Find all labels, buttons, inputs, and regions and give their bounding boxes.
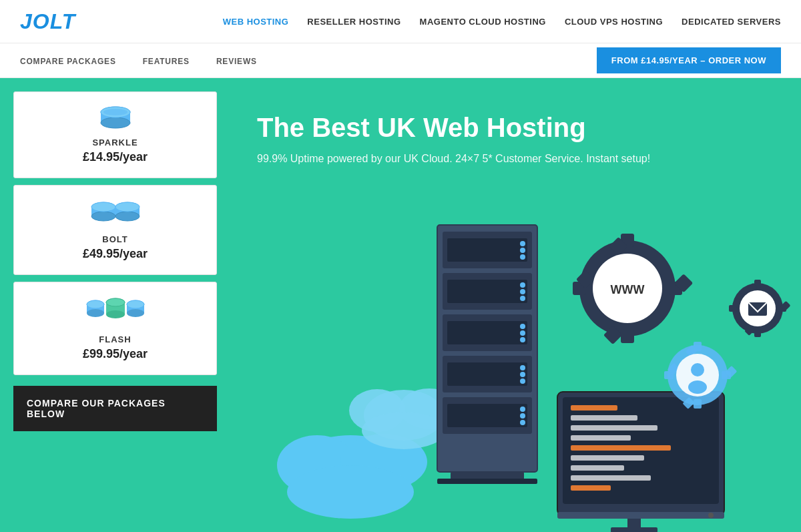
- svg-rect-81: [674, 274, 693, 292]
- sparkle-name: SPARKLE: [92, 138, 138, 148]
- sub-navigation: COMPARE PACKAGES FEATURES REVIEWS FROM £…: [0, 43, 801, 78]
- svg-rect-103: [729, 305, 737, 312]
- nav-item-magento[interactable]: MAGENTO CLOUD HOSTING: [420, 15, 546, 27]
- logo[interactable]: JOLT: [20, 9, 75, 34]
- svg-point-75: [708, 513, 714, 518]
- svg-rect-71: [571, 485, 611, 491]
- svg-rect-34: [443, 232, 532, 268]
- svg-point-19: [106, 310, 125, 318]
- svg-rect-62: [563, 397, 719, 504]
- order-now-button[interactable]: FROM £14.95/YEAR – ORDER NOW: [597, 47, 781, 73]
- svg-point-56: [520, 407, 525, 412]
- nav-link-cloud-vps[interactable]: CLOUD VPS HOSTING: [565, 17, 663, 27]
- svg-point-53: [520, 378, 525, 384]
- svg-rect-60: [437, 479, 537, 484]
- svg-point-108: [740, 290, 776, 326]
- svg-rect-66: [571, 435, 631, 441]
- nav-item-dedicated[interactable]: DEDICATED SERVERS: [682, 15, 781, 27]
- svg-rect-39: [443, 273, 532, 310]
- nav-link-web-hosting[interactable]: WEB HOSTING: [223, 17, 289, 27]
- svg-rect-69: [571, 465, 624, 471]
- svg-point-52: [520, 372, 525, 377]
- hero-content: The Best UK Web Hosting 99.9% Uptime pow…: [230, 78, 801, 532]
- svg-rect-109: [748, 302, 767, 316]
- svg-point-28: [287, 465, 414, 519]
- flash-price: £99.95/year: [83, 347, 148, 361]
- sub-nav-features[interactable]: FEATURES: [143, 55, 190, 67]
- svg-rect-73: [611, 527, 657, 532]
- svg-rect-83: [603, 326, 622, 344]
- top-navigation: JOLT WEB HOSTING RESELLER HOSTING MAGENT…: [0, 0, 801, 43]
- svg-rect-94: [682, 397, 694, 409]
- svg-point-36: [520, 241, 525, 246]
- svg-rect-115: [790, 340, 793, 350]
- svg-rect-77: [621, 234, 634, 247]
- svg-rect-70: [571, 475, 651, 481]
- hero-subtitle: 99.9% Uptime powered by our UK Cloud. 24…: [257, 153, 774, 165]
- svg-point-47: [520, 330, 525, 336]
- svg-point-12: [115, 202, 140, 212]
- svg-rect-100: [754, 280, 761, 288]
- svg-point-96: [676, 354, 719, 396]
- svg-rect-112: [698, 283, 711, 287]
- package-card-flash[interactable]: FLASH £99.95/year: [13, 282, 217, 375]
- nav-item-reseller[interactable]: RESELLER HOSTING: [307, 15, 400, 27]
- svg-rect-91: [664, 371, 674, 379]
- svg-rect-90: [722, 371, 731, 379]
- svg-rect-114: [786, 344, 796, 347]
- hero-section: SPARKLE £14.95/year: [0, 78, 801, 532]
- compare-packages-button[interactable]: COMPARE OUR PACKAGES BELOW: [13, 386, 217, 431]
- svg-point-32: [362, 412, 446, 449]
- package-card-sparkle[interactable]: SPARKLE £14.95/year: [13, 91, 217, 178]
- nav-item-cloud-vps[interactable]: CLOUD VPS HOSTING: [565, 15, 663, 27]
- svg-point-7: [91, 212, 115, 221]
- svg-point-2: [101, 117, 130, 128]
- svg-rect-67: [571, 445, 671, 451]
- svg-point-98: [688, 380, 707, 394]
- svg-point-97: [691, 363, 704, 376]
- svg-point-99: [732, 283, 783, 334]
- svg-rect-95: [668, 363, 680, 375]
- svg-rect-92: [725, 366, 737, 378]
- nav-link-magento[interactable]: MAGENTO CLOUD HOSTING: [420, 17, 546, 27]
- svg-rect-80: [573, 282, 586, 295]
- svg-rect-35: [447, 238, 527, 262]
- sub-nav-reviews[interactable]: REVIEWS: [216, 55, 257, 67]
- svg-point-20: [106, 298, 125, 306]
- bolt-name: BOLT: [102, 234, 127, 244]
- svg-point-41: [520, 282, 525, 288]
- hero-title: The Best UK Web Hosting: [257, 111, 774, 144]
- svg-point-24: [127, 300, 144, 308]
- flash-db-icon: [85, 296, 146, 329]
- svg-point-51: [520, 365, 525, 370]
- sparkle-db-icon: [95, 105, 136, 132]
- svg-point-85: [593, 254, 662, 323]
- svg-rect-61: [557, 392, 724, 515]
- svg-point-23: [127, 309, 144, 317]
- svg-point-48: [520, 337, 525, 342]
- svg-rect-54: [443, 397, 532, 434]
- svg-point-76: [579, 240, 676, 336]
- svg-rect-50: [447, 362, 527, 386]
- svg-point-37: [520, 248, 525, 253]
- package-card-bolt[interactable]: BOLT £49.95/year: [13, 185, 217, 275]
- nav-link-reseller[interactable]: RESELLER HOSTING: [307, 17, 400, 27]
- svg-rect-72: [627, 515, 641, 529]
- svg-rect-102: [778, 305, 786, 312]
- nav-link-dedicated[interactable]: DEDICATED SERVERS: [682, 17, 781, 27]
- sub-nav-compare[interactable]: COMPARE PACKAGES: [20, 55, 116, 67]
- svg-rect-45: [447, 321, 527, 344]
- svg-point-8: [91, 202, 115, 212]
- svg-point-58: [520, 420, 525, 425]
- svg-rect-101: [754, 329, 761, 337]
- svg-rect-68: [571, 455, 644, 461]
- svg-point-16: [87, 300, 104, 308]
- bolt-db-icon: [89, 199, 142, 229]
- svg-rect-111: [734, 233, 741, 257]
- svg-point-30: [349, 389, 405, 432]
- sparkle-price: £14.95/year: [83, 150, 148, 164]
- nav-item-web-hosting[interactable]: WEB HOSTING: [223, 15, 289, 27]
- svg-rect-105: [747, 283, 758, 294]
- svg-point-42: [520, 289, 525, 294]
- svg-rect-59: [451, 472, 524, 480]
